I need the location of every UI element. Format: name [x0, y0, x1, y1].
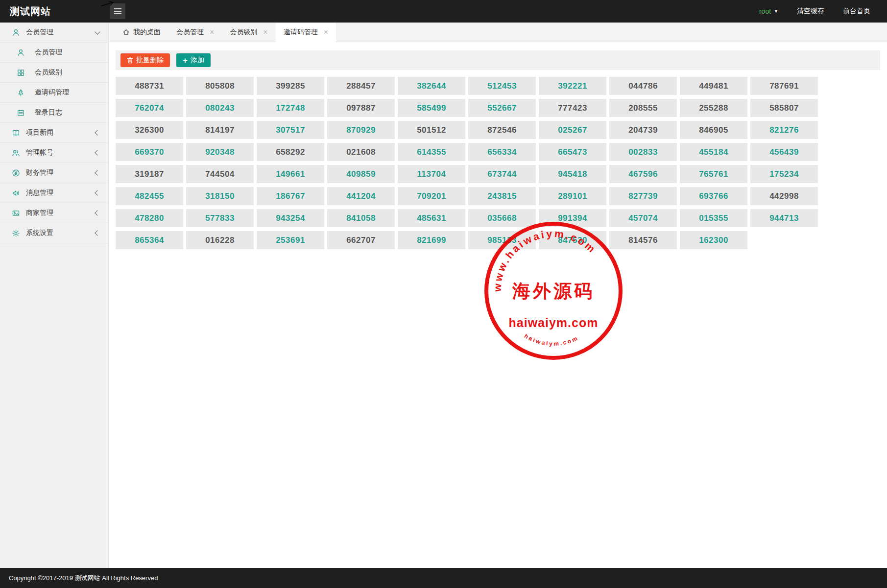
sidebar-item-member[interactable]: 会员管理: [0, 23, 108, 43]
sidebar-item-level-grid[interactable]: 会员级别: [0, 63, 108, 83]
invite-code-cell[interactable]: 872546: [468, 121, 536, 139]
invite-code-cell[interactable]: 319187: [116, 165, 183, 183]
invite-code-cell[interactable]: 044786: [609, 77, 677, 95]
invite-code-cell[interactable]: 186767: [257, 187, 324, 205]
invite-code-cell[interactable]: 467596: [609, 165, 677, 183]
close-tab-icon[interactable]: ×: [210, 28, 214, 36]
front-page-link[interactable]: 前台首页: [843, 7, 870, 16]
clear-cache-link[interactable]: 清空缓存: [797, 7, 824, 16]
invite-code-cell[interactable]: 865364: [116, 231, 183, 249]
invite-code-cell[interactable]: 307517: [257, 121, 324, 139]
invite-code-cell[interactable]: 002833: [609, 143, 677, 161]
invite-code-cell[interactable]: 662707: [327, 231, 395, 249]
tab-2[interactable]: 会员级别×: [222, 23, 275, 42]
invite-code-cell[interactable]: 016228: [186, 231, 254, 249]
invite-code-cell[interactable]: 162300: [680, 231, 747, 249]
close-tab-icon[interactable]: ×: [263, 28, 267, 36]
invite-code-cell[interactable]: 318150: [186, 187, 254, 205]
invite-code-cell[interactable]: 945418: [539, 165, 606, 183]
invite-code-cell[interactable]: 693766: [680, 187, 747, 205]
invite-code-cell[interactable]: 762074: [116, 99, 183, 117]
invite-code-cell[interactable]: 080243: [186, 99, 254, 117]
invite-code-cell[interactable]: 501512: [398, 121, 465, 139]
sidebar-item-message[interactable]: 消息管理: [0, 183, 108, 203]
sidebar-item-invite-code[interactable]: 邀请码管理: [0, 83, 108, 103]
invite-code-cell[interactable]: 409859: [327, 165, 395, 183]
tab-1[interactable]: 会员管理×: [168, 23, 222, 42]
batch-delete-button[interactable]: 批量删除: [120, 53, 170, 67]
invite-code-cell[interactable]: 656334: [468, 143, 536, 161]
invite-code-cell[interactable]: 025267: [539, 121, 606, 139]
invite-code-cell[interactable]: 488731: [116, 77, 183, 95]
invite-code-cell[interactable]: 673744: [468, 165, 536, 183]
invite-code-cell[interactable]: 870929: [327, 121, 395, 139]
invite-code-cell[interactable]: 392221: [539, 77, 606, 95]
tab-3[interactable]: 邀请码管理×: [276, 23, 336, 42]
invite-code-cell[interactable]: 821276: [750, 121, 818, 139]
invite-code-cell[interactable]: 805808: [186, 77, 254, 95]
invite-code-cell[interactable]: 814197: [186, 121, 254, 139]
user-menu[interactable]: root ▼: [759, 7, 778, 15]
invite-code-cell[interactable]: 208555: [609, 99, 677, 117]
invite-code-cell[interactable]: 255288: [680, 99, 747, 117]
sidebar-item-accounts[interactable]: 管理帐号: [0, 143, 108, 163]
invite-code-cell[interactable]: 787691: [750, 77, 818, 95]
invite-code-cell[interactable]: 665473: [539, 143, 606, 161]
sidebar-item-news[interactable]: 项目新闻: [0, 123, 108, 143]
invite-code-cell[interactable]: 172748: [257, 99, 324, 117]
add-button[interactable]: + 添加: [176, 53, 211, 67]
invite-code-cell[interactable]: 552667: [468, 99, 536, 117]
invite-code-cell[interactable]: 441204: [327, 187, 395, 205]
invite-code-cell[interactable]: 442998: [750, 187, 818, 205]
invite-code-cell[interactable]: 382644: [398, 77, 465, 95]
invite-code-cell[interactable]: 991394: [539, 209, 606, 227]
invite-code-cell[interactable]: 015355: [680, 209, 747, 227]
invite-code-cell[interactable]: 920348: [186, 143, 254, 161]
invite-code-cell[interactable]: 485631: [398, 209, 465, 227]
invite-code-cell[interactable]: 985133: [468, 231, 536, 249]
invite-code-cell[interactable]: 457074: [609, 209, 677, 227]
invite-code-cell[interactable]: 021608: [327, 143, 395, 161]
invite-code-cell[interactable]: 847530: [539, 231, 606, 249]
invite-code-cell[interactable]: 669370: [116, 143, 183, 161]
invite-code-cell[interactable]: 326300: [116, 121, 183, 139]
invite-code-cell[interactable]: 449481: [680, 77, 747, 95]
sidebar-item-member[interactable]: 会员管理: [0, 43, 108, 63]
invite-code-cell[interactable]: 814576: [609, 231, 677, 249]
invite-code-cell[interactable]: 253691: [257, 231, 324, 249]
invite-code-cell[interactable]: 585499: [398, 99, 465, 117]
invite-code-cell[interactable]: 944713: [750, 209, 818, 227]
invite-code-cell[interactable]: 821699: [398, 231, 465, 249]
invite-code-cell[interactable]: 289101: [539, 187, 606, 205]
invite-code-cell[interactable]: 709201: [398, 187, 465, 205]
invite-code-cell[interactable]: 585807: [750, 99, 818, 117]
invite-code-cell[interactable]: 097887: [327, 99, 395, 117]
tab-0[interactable]: 我的桌面: [115, 23, 168, 42]
invite-code-cell[interactable]: 456439: [750, 143, 818, 161]
invite-code-cell[interactable]: 149661: [257, 165, 324, 183]
sidebar-item-finance[interactable]: 财务管理: [0, 163, 108, 183]
invite-code-cell[interactable]: 035668: [468, 209, 536, 227]
invite-code-cell[interactable]: 943254: [257, 209, 324, 227]
close-tab-icon[interactable]: ×: [324, 28, 328, 36]
invite-code-cell[interactable]: 577833: [186, 209, 254, 227]
invite-code-cell[interactable]: 204739: [609, 121, 677, 139]
invite-code-cell[interactable]: 478280: [116, 209, 183, 227]
sidebar-item-settings[interactable]: 系统设置: [0, 223, 108, 243]
sidebar-item-merchant[interactable]: 商家管理: [0, 203, 108, 223]
invite-code-cell[interactable]: 841058: [327, 209, 395, 227]
invite-code-cell[interactable]: 744504: [186, 165, 254, 183]
invite-code-cell[interactable]: 777423: [539, 99, 606, 117]
invite-code-cell[interactable]: 175234: [750, 165, 818, 183]
invite-code-cell[interactable]: 482455: [116, 187, 183, 205]
invite-code-cell[interactable]: 399285: [257, 77, 324, 95]
invite-code-cell[interactable]: 288457: [327, 77, 395, 95]
invite-code-cell[interactable]: 614355: [398, 143, 465, 161]
invite-code-cell[interactable]: 765761: [680, 165, 747, 183]
invite-code-cell[interactable]: 846905: [680, 121, 747, 139]
invite-code-cell[interactable]: 455184: [680, 143, 747, 161]
invite-code-cell[interactable]: 512453: [468, 77, 536, 95]
invite-code-cell[interactable]: 658292: [257, 143, 324, 161]
invite-code-cell[interactable]: 243815: [468, 187, 536, 205]
sidebar-item-login-log[interactable]: 登录日志: [0, 103, 108, 123]
